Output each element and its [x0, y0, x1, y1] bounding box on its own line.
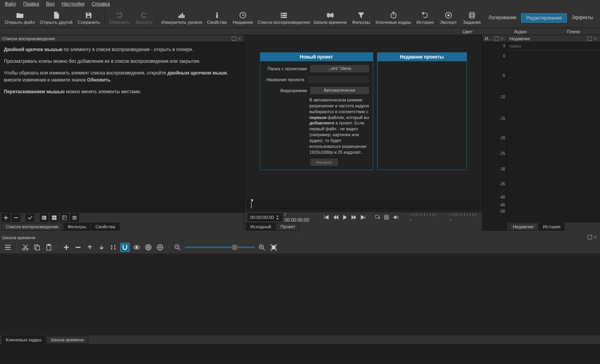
- sublayout-audio[interactable]: Аудио: [494, 29, 547, 34]
- rewind-button[interactable]: [332, 214, 339, 221]
- tl-cut-button[interactable]: [21, 243, 30, 252]
- tl-zoom-in-button[interactable]: [257, 243, 267, 252]
- meters-header: Изм...: [482, 35, 507, 42]
- sublayout-color[interactable]: Цвет: [441, 29, 494, 34]
- playlist-remove-button[interactable]: [12, 214, 20, 222]
- svg-rect-11: [281, 15, 282, 16]
- tl-zoom-fit-button[interactable]: [269, 243, 278, 252]
- layout-tab-editing[interactable]: Редактирование: [521, 13, 567, 23]
- playlist-add-button[interactable]: [2, 214, 10, 222]
- jobs-button[interactable]: Задания: [460, 9, 484, 27]
- tab-history[interactable]: История: [539, 223, 565, 231]
- svg-rect-4: [182, 13, 183, 18]
- undock-icon[interactable]: [588, 235, 592, 240]
- forward-button[interactable]: [351, 214, 357, 221]
- history-button[interactable]: История: [413, 9, 437, 27]
- redo-button[interactable]: Вернуть: [133, 9, 156, 27]
- recent-body: [507, 50, 600, 222]
- close-icon[interactable]: [500, 36, 504, 41]
- skip-end-button[interactable]: [360, 214, 366, 221]
- layout-tab-effects[interactable]: Эффекты: [567, 13, 598, 23]
- layout-tab-logging[interactable]: Логирование: [484, 13, 521, 23]
- undock-icon[interactable]: [588, 36, 592, 41]
- timeline-toolbar: [0, 241, 600, 254]
- tab-playlist[interactable]: Список воспроизведения: [2, 223, 63, 231]
- timeline-icon: [326, 11, 334, 19]
- svg-point-49: [135, 246, 137, 248]
- tl-zoom-out-button[interactable]: [173, 243, 182, 252]
- zoom-thumb[interactable]: [232, 245, 237, 250]
- tl-ripple-button[interactable]: [144, 243, 153, 252]
- tl-lift-button[interactable]: [85, 243, 94, 252]
- tab-timeline[interactable]: Шкала времени: [46, 336, 88, 344]
- tl-copy-button[interactable]: [32, 243, 42, 252]
- tab-properties[interactable]: Свойства: [91, 223, 119, 231]
- open-file-button[interactable]: Открыть файл: [2, 9, 37, 27]
- save-button[interactable]: Сохранить: [75, 9, 103, 27]
- tl-snap-button[interactable]: [120, 243, 130, 252]
- tl-append-button[interactable]: [62, 243, 71, 252]
- start-button[interactable]: Начало: [310, 158, 338, 167]
- playlist-view-list-button[interactable]: [40, 214, 48, 222]
- close-icon[interactable]: [593, 235, 598, 240]
- tl-split-button[interactable]: [109, 243, 118, 252]
- tab-source[interactable]: Исходный: [246, 223, 276, 231]
- play-button[interactable]: [341, 214, 348, 221]
- tab-keyframes[interactable]: Ключевые кадры: [2, 336, 46, 344]
- playlist-title: Список воспроизведения: [2, 36, 231, 41]
- timecode-current[interactable]: 00:00:00:00 ▲▼: [247, 213, 282, 221]
- playlist-view-detail-button[interactable]: [60, 214, 69, 222]
- zoom-menu-button[interactable]: [374, 214, 381, 221]
- filters-button[interactable]: Фильтры: [349, 9, 373, 27]
- volume-button[interactable]: [392, 214, 399, 221]
- tl-ripple-all-button[interactable]: [155, 243, 165, 252]
- tl-paste-button[interactable]: [44, 243, 53, 252]
- splitter[interactable]: ······: [0, 231, 600, 234]
- grid-menu-button[interactable]: [383, 214, 390, 221]
- skip-start-button[interactable]: [323, 214, 330, 221]
- zoom-slider[interactable]: [185, 247, 255, 248]
- tl-remove-button[interactable]: [73, 243, 83, 252]
- playlist-check-button[interactable]: [26, 214, 34, 222]
- export-button[interactable]: Экспорт: [437, 9, 460, 27]
- menu-settings[interactable]: Настройки: [59, 0, 88, 7]
- properties-button[interactable]: Свойства: [204, 9, 230, 27]
- playlist-menu-button[interactable]: [70, 214, 79, 222]
- stack-icon: [468, 11, 476, 19]
- close-icon[interactable]: [237, 36, 242, 41]
- tab-project[interactable]: Проект: [276, 223, 300, 231]
- keyframes-button[interactable]: Ключевые кадры: [373, 9, 413, 27]
- recent-search-input[interactable]: [507, 42, 600, 50]
- svg-rect-3: [180, 14, 182, 18]
- playlist-header: Список воспроизведения: [0, 35, 244, 42]
- menu-file[interactable]: Файл: [2, 0, 20, 7]
- tab-recent[interactable]: Недавние: [509, 223, 538, 231]
- undo-button[interactable]: Отменить: [106, 9, 132, 27]
- scrubber[interactable]: ▼: [247, 200, 479, 209]
- menu-help[interactable]: Справка: [89, 0, 113, 7]
- playlist-help: Двойной щелчок мышью по элементу в списк…: [0, 42, 244, 213]
- close-icon[interactable]: [593, 36, 598, 41]
- sublayout-player[interactable]: Плеер: [547, 29, 600, 34]
- recent-button[interactable]: Недавние: [230, 9, 256, 27]
- menu-edit[interactable]: Правка: [20, 0, 43, 7]
- tab-filters[interactable]: Фильтры: [64, 223, 91, 231]
- project-folder-button[interactable]: ...ers' 'ideos: [310, 64, 370, 73]
- video-mode-button[interactable]: Автоматически: [310, 86, 370, 95]
- svg-rect-0: [87, 12, 90, 14]
- undock-icon[interactable]: [231, 36, 236, 41]
- tc-down[interactable]: ▼: [276, 217, 280, 220]
- timeline-button[interactable]: Шкала времени: [312, 9, 349, 27]
- tl-menu-button[interactable]: [3, 243, 12, 252]
- undock-icon[interactable]: [494, 36, 499, 41]
- menu-view[interactable]: Вид: [43, 0, 58, 7]
- level-meter-button[interactable]: Измеритель уровня: [159, 9, 204, 27]
- playlist-button[interactable]: Список воспроизведения: [256, 9, 312, 27]
- tl-scrub-button[interactable]: [132, 243, 141, 252]
- project-name-input[interactable]: [307, 75, 370, 84]
- tl-overwrite-button[interactable]: [97, 243, 106, 252]
- playlist-view-grid-button[interactable]: [50, 214, 59, 222]
- timeline-body[interactable]: [0, 254, 600, 336]
- open-other-button[interactable]: Открыть другой: [37, 9, 75, 27]
- tc-up[interactable]: ▲: [276, 215, 280, 217]
